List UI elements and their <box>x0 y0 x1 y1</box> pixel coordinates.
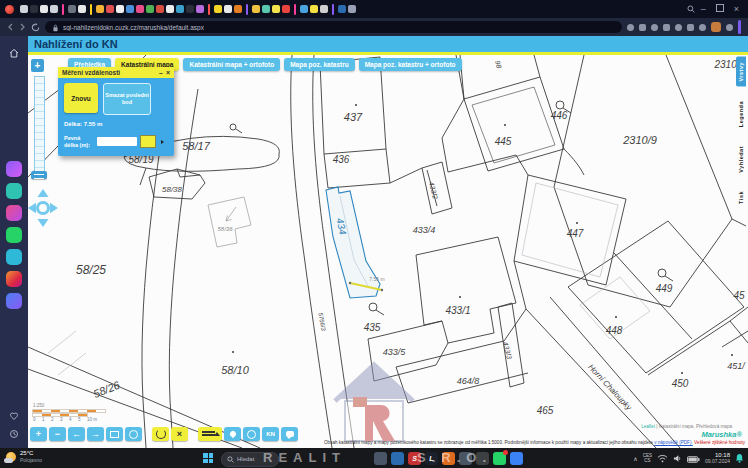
feedback-tool[interactable] <box>281 427 298 441</box>
locate-tool[interactable] <box>224 427 241 441</box>
leaflet-link[interactable]: Leaflet <box>641 424 655 429</box>
notification-bell-icon[interactable] <box>735 449 744 467</box>
browser-logo-icon[interactable] <box>5 5 14 14</box>
address-bar[interactable]: sgi-nahlizenidokn.cuzk.cz/marushka/defau… <box>45 21 622 33</box>
tab-mapa-poz-katastru-ortofoto[interactable]: Mapa poz. katastru + ortofoto <box>359 58 462 71</box>
pan-left-tool[interactable]: ← <box>68 427 85 441</box>
profile-avatar[interactable] <box>711 22 721 32</box>
tab-favicon[interactable] <box>78 5 86 13</box>
tab-mapa-poz-katastru[interactable]: Mapa poz. katastru <box>284 58 355 71</box>
point-info-tool[interactable] <box>243 427 260 441</box>
menu-vyhledat[interactable]: Vyhledat <box>736 141 746 178</box>
reload-icon[interactable] <box>31 23 40 32</box>
tab-favicon[interactable] <box>310 5 318 13</box>
panel-close-icon[interactable]: × <box>166 69 170 76</box>
menu-vrstvy[interactable]: Vrstvy <box>736 57 746 87</box>
back-icon[interactable] <box>7 23 14 31</box>
start-button[interactable] <box>203 453 213 463</box>
tab-favicon[interactable] <box>20 5 28 13</box>
tray-expand-icon[interactable]: ∧ <box>633 455 637 462</box>
tab-favicon[interactable] <box>176 5 184 13</box>
telegram-icon[interactable] <box>6 249 22 265</box>
app-icon[interactable]: S <box>408 452 421 465</box>
tab-favicon[interactable] <box>300 5 308 13</box>
instagram-icon[interactable] <box>6 271 22 287</box>
tab-favicon[interactable] <box>40 5 48 13</box>
tab-favicon[interactable] <box>196 5 204 13</box>
extension-icon[interactable] <box>639 24 646 31</box>
tab-katastralni-mapa-ortofoto[interactable]: Katastrální mapa + ortofoto <box>183 58 280 71</box>
app-icon[interactable] <box>6 183 22 199</box>
tab-favicon[interactable] <box>234 5 242 13</box>
tab-favicon[interactable] <box>262 5 270 13</box>
clear-tool[interactable]: × <box>171 427 188 441</box>
fixed-length-input[interactable] <box>97 137 137 146</box>
tab-favicon[interactable] <box>186 5 194 13</box>
extension-icon[interactable] <box>627 24 634 31</box>
menu-tisk[interactable]: Tisk <box>736 186 746 209</box>
heart-icon[interactable] <box>9 411 19 421</box>
app-icon[interactable]: L <box>425 452 438 465</box>
zoom-slider-handle[interactable] <box>31 171 47 179</box>
messenger-icon[interactable] <box>6 293 22 309</box>
whatsapp-icon[interactable] <box>6 227 22 243</box>
zoom-out-tool[interactable]: − <box>49 427 66 441</box>
tab-favicon[interactable] <box>50 5 58 13</box>
extension-icon[interactable] <box>651 24 658 31</box>
tab-favicon[interactable] <box>338 5 346 13</box>
map-area[interactable]: 58/17 58/19 58/38 58/36 58/25 58/26 58/1… <box>28 55 748 448</box>
zoom-slider[interactable] <box>34 76 45 176</box>
app-icon[interactable] <box>391 452 404 465</box>
close-button[interactable]: × <box>734 5 739 14</box>
extension-icon[interactable] <box>687 24 694 31</box>
app-icon[interactable] <box>442 452 455 465</box>
tab-favicon[interactable] <box>320 5 328 13</box>
taskbar-search[interactable]: Hledat <box>221 452 279 467</box>
menu-legenda[interactable]: Legenda <box>736 96 746 132</box>
app-icon[interactable] <box>6 205 22 221</box>
settings-gear-icon[interactable] <box>476 452 489 465</box>
tab-favicon[interactable] <box>224 5 232 13</box>
tab-favicon[interactable] <box>282 5 290 13</box>
extension-icon[interactable] <box>699 24 706 31</box>
zoom-rect-tool[interactable] <box>106 427 123 441</box>
refresh-tool[interactable] <box>152 427 169 441</box>
search-icon[interactable] <box>687 5 695 13</box>
tab-favicon[interactable] <box>156 5 164 13</box>
minimize-button[interactable]: – <box>701 5 706 14</box>
battery-icon[interactable] <box>687 449 700 467</box>
tab-favicon[interactable] <box>116 5 124 13</box>
history-icon[interactable] <box>9 429 19 439</box>
extension-icon[interactable] <box>726 24 733 31</box>
forward-icon[interactable] <box>19 23 26 31</box>
fixed-length-apply-button[interactable] <box>140 135 156 148</box>
tab-favicon[interactable] <box>106 5 114 13</box>
tab-favicon[interactable] <box>146 5 154 13</box>
tab-favicon[interactable] <box>30 5 38 13</box>
tab-favicon[interactable] <box>166 5 174 13</box>
language-indicator[interactable]: CESCS <box>643 453 652 463</box>
tab-favicon[interactable] <box>96 5 104 13</box>
taskbar-weather[interactable]: 25°C Polojasno <box>6 450 42 463</box>
app-icon[interactable] <box>6 161 22 177</box>
tab-favicon[interactable] <box>136 5 144 13</box>
home-icon[interactable] <box>8 47 20 59</box>
delete-last-point-button[interactable]: Smazat poslední bod <box>103 83 151 115</box>
zoom-in-button[interactable]: + <box>31 59 44 72</box>
extension-icon[interactable] <box>675 24 682 31</box>
extension-icon[interactable] <box>663 24 670 31</box>
full-extent-tool[interactable] <box>125 427 142 441</box>
pan-compass[interactable] <box>28 187 60 233</box>
pan-right-tool[interactable]: → <box>87 427 104 441</box>
tab-favicon[interactable] <box>126 5 134 13</box>
tab-favicon[interactable] <box>68 5 76 13</box>
measure-again-button[interactable]: Znovu <box>64 83 98 113</box>
panel-minimize-icon[interactable]: – <box>159 69 163 76</box>
zoom-in-tool[interactable]: + <box>30 427 47 441</box>
app-icon[interactable] <box>459 452 472 465</box>
volume-icon[interactable] <box>673 449 682 467</box>
wifi-icon[interactable] <box>657 449 668 467</box>
tab-favicon[interactable] <box>272 5 280 13</box>
kn-info-tool[interactable]: KN <box>262 427 279 441</box>
maximize-button[interactable] <box>716 4 724 14</box>
